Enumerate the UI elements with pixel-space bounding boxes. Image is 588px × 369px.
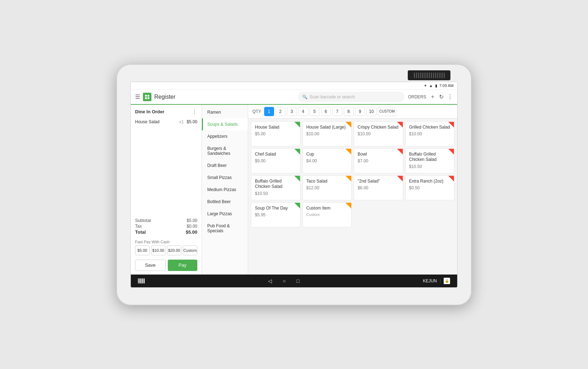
qty-btn-1[interactable]: 1: [264, 107, 274, 116]
order-totals: Subtotal $5.00 Tax $0.00 Total $5.00: [131, 215, 202, 238]
add-order-icon[interactable]: ＋: [430, 93, 435, 101]
tax-row: Tax $0.00: [135, 224, 197, 229]
product-price: $12.00: [306, 185, 348, 190]
qty-btn-10[interactable]: 10: [367, 107, 376, 116]
qty-btn-5[interactable]: 5: [310, 107, 320, 116]
product-cup[interactable]: Cup $4.00: [303, 148, 352, 173]
order-more-icon[interactable]: ⋮: [192, 108, 197, 115]
product-price: $7.00: [358, 158, 399, 163]
product-corner: [397, 176, 403, 181]
qty-btn-4[interactable]: 4: [298, 107, 308, 116]
screen: ✦ ▲ ▮ 7:09 AM ☰ Register 🔍 Scan barcode …: [130, 82, 458, 288]
category-ramen[interactable]: Ramen: [202, 106, 248, 118]
product-chef-salad[interactable]: Chef Salad $9.00: [251, 148, 300, 173]
more-options-icon[interactable]: ⋮: [447, 93, 453, 100]
save-button[interactable]: Save: [135, 260, 166, 271]
lock-icon[interactable]: 🔒: [444, 278, 450, 284]
product-price: $10.00: [306, 131, 348, 136]
qty-btn-3[interactable]: 3: [287, 107, 297, 116]
tax-label: Tax: [135, 224, 142, 229]
qty-bar: QTY 1 2 3 4 5 6 7 8 9 10 CUSTOM: [248, 105, 457, 119]
product-crispy-chicken-salad[interactable]: Crispy Chicken Salad $10.00: [354, 121, 403, 146]
category-burgers[interactable]: Burgers & Sandwiches: [202, 142, 248, 159]
product-custom-item[interactable]: Custom Item Custom: [303, 202, 352, 227]
app-logo: [143, 93, 151, 101]
qty-btn-7[interactable]: 7: [332, 107, 342, 116]
category-large-pizzas[interactable]: Large Pizzas: [202, 208, 248, 220]
product-name: Grilled Chicken Salad: [409, 125, 451, 130]
username-label: KEJUN: [423, 278, 437, 283]
pay-button[interactable]: Pay: [168, 260, 198, 271]
product-house-salad[interactable]: House Salad $5.00: [251, 121, 300, 146]
qty-btn-2[interactable]: 2: [276, 107, 285, 116]
nav-right: KEJUN | 🔒: [423, 278, 450, 284]
product-name: Taco Salad: [306, 179, 348, 184]
svg-rect-2: [145, 97, 147, 99]
product-soup-of-day[interactable]: Soup Of The Day $5.95: [251, 202, 300, 227]
refresh-icon[interactable]: ↻: [439, 93, 444, 100]
qty-btn-custom[interactable]: CUSTOM: [378, 107, 396, 116]
product-name: "2nd Salad": [358, 179, 399, 184]
product-name: Buffalo Grilled Chicken Salad: [409, 152, 451, 163]
fast-pay-20[interactable]: $20.00: [167, 245, 182, 255]
qty-btn-9[interactable]: 9: [355, 107, 365, 116]
search-bar[interactable]: 🔍 Scan barcode or search: [298, 92, 405, 102]
category-draft-beer[interactable]: Draft Beer: [202, 159, 248, 172]
category-bottled-beer[interactable]: Bottled Beer: [202, 196, 248, 208]
product-corner: [448, 176, 454, 181]
back-button[interactable]: ◁: [268, 278, 272, 284]
product-name: House Salad (Large): [306, 125, 348, 130]
action-buttons: Save Pay: [131, 257, 202, 275]
order-header: Dine In Order ⋮: [131, 105, 202, 117]
recent-button[interactable]: □: [296, 278, 299, 284]
product-price: $0.50: [409, 185, 451, 190]
product-2nd-salad[interactable]: "2nd Salad" $6.00: [354, 175, 403, 200]
product-price: $10.00: [409, 131, 451, 136]
category-appetizers[interactable]: Appetizers: [202, 130, 248, 142]
product-grilled-chicken-salad[interactable]: Grilled Chicken Salad $10.00: [405, 121, 455, 146]
category-medium-pizzas[interactable]: Medium Pizzas: [202, 184, 248, 196]
battery-icon: ▮: [435, 83, 437, 88]
product-corner: [346, 176, 351, 181]
product-corner: [346, 203, 351, 208]
order-title: Dine In Order: [135, 109, 164, 114]
product-price: $4.00: [306, 158, 348, 163]
fast-pay-10[interactable]: $10.00: [151, 245, 166, 255]
qty-btn-6[interactable]: 6: [321, 107, 331, 116]
product-name: Cup: [306, 152, 348, 157]
order-item-qty: x1: [179, 119, 184, 124]
barcode-icon: [138, 278, 145, 283]
order-item[interactable]: House Salad x1 $5.00: [131, 117, 202, 126]
product-corner: [294, 203, 300, 208]
product-name: Custom Item: [306, 206, 348, 211]
fast-pay-label: Fast Pay With Cash: [131, 238, 202, 245]
product-price: $9.00: [255, 158, 296, 163]
bluetooth-icon: ✦: [424, 83, 427, 88]
category-pub-food[interactable]: Pub Food & Specials: [202, 220, 248, 237]
order-item-name: House Salad: [135, 119, 179, 124]
fast-pay-5[interactable]: $5.00: [135, 245, 150, 255]
svg-rect-0: [145, 95, 147, 97]
product-house-salad-large[interactable]: House Salad (Large) $10.00: [303, 121, 352, 146]
product-extra-ranch[interactable]: Extra Ranch (2oz) $0.50: [405, 175, 455, 200]
home-button[interactable]: ○: [283, 278, 285, 284]
fast-pay-custom[interactable]: Custom: [183, 245, 197, 255]
qty-btn-8[interactable]: 8: [344, 107, 354, 116]
product-corner: [294, 149, 300, 154]
product-buffalo-grilled2[interactable]: Buffalo Grilled Chicken Salad $10.50: [251, 175, 300, 200]
product-corner: [448, 122, 454, 127]
product-corner: [346, 149, 351, 154]
tax-value: $0.00: [187, 224, 197, 229]
category-panel: Ramen Soups & Salads Appetizers Burgers …: [202, 105, 248, 275]
product-taco-salad[interactable]: Taco Salad $12.00: [303, 175, 352, 200]
category-small-pizzas[interactable]: Small Pizzas: [202, 172, 248, 184]
status-time: 7:09 AM: [439, 83, 454, 88]
status-bar: ✦ ▲ ▮ 7:09 AM: [131, 82, 457, 90]
product-corner: [397, 149, 403, 154]
top-bar: ☰ Register 🔍 Scan barcode or search ORDE…: [131, 90, 457, 105]
category-soups-salads[interactable]: Soups & Salads: [202, 118, 248, 130]
product-name: Extra Ranch (2oz): [409, 179, 451, 184]
product-buffalo-grilled[interactable]: Buffalo Grilled Chicken Salad $10.50: [405, 148, 455, 173]
product-bowl[interactable]: Bowl $7.00: [354, 148, 403, 173]
menu-icon[interactable]: ☰: [135, 93, 140, 100]
